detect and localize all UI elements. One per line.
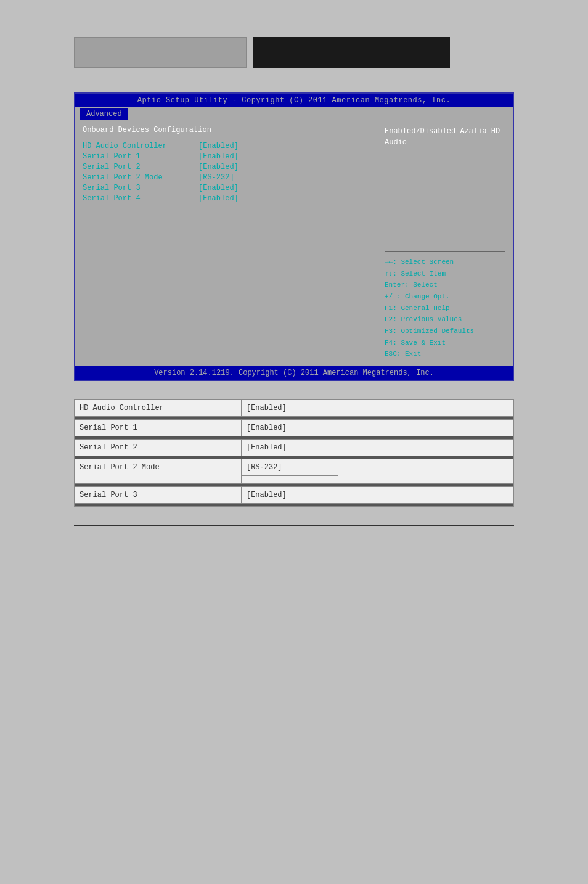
hint-select-item: ↑↓: Select Item	[385, 268, 505, 280]
bios-value-serial4: [Enabled]	[198, 194, 239, 203]
table-desc-hd-audio	[338, 400, 513, 417]
separator-5	[75, 504, 514, 507]
bios-label-hd-audio: HD Audio Controller	[83, 142, 194, 150]
header-left-box	[74, 37, 247, 68]
table-label-serial2: Serial Port 2	[75, 440, 242, 456]
table-desc-serial3	[338, 487, 513, 504]
section-title: Onboard Devices Configuration	[83, 126, 369, 134]
hint-f2-prev: F2: Previous Values	[385, 314, 505, 325]
table-row-serial1: Serial Port 1 [Enabled]	[75, 420, 514, 436]
top-header	[0, 0, 588, 80]
table-value-serial2-mode-2	[241, 476, 338, 484]
bios-label-serial4: Serial Port 4	[83, 194, 194, 203]
table-row-serial2: Serial Port 2 [Enabled]	[75, 440, 514, 456]
tab-advanced[interactable]: Advanced	[80, 108, 128, 120]
bios-item-serial1[interactable]: Serial Port 1 [Enabled]	[83, 152, 369, 161]
bios-tab-row: Advanced	[75, 107, 513, 120]
bios-item-serial3[interactable]: Serial Port 3 [Enabled]	[83, 184, 369, 192]
bios-item-hd-audio[interactable]: HD Audio Controller [Enabled]	[83, 142, 369, 150]
bios-value-serial3: [Enabled]	[198, 184, 239, 192]
bios-footer: Version 2.14.1219. Copyright (C) 2011 Am…	[75, 366, 513, 380]
table-row-serial3: Serial Port 3 [Enabled]	[75, 487, 514, 504]
hint-enter-select: Enter: Select	[385, 279, 505, 291]
table-value-serial1[interactable]: [Enabled]	[241, 420, 338, 436]
bios-item-serial2[interactable]: Serial Port 2 [Enabled]	[83, 163, 369, 171]
bios-value-serial1: [Enabled]	[198, 152, 239, 161]
bios-title-bar: Aptio Setup Utility - Copyright (C) 2011…	[75, 94, 513, 107]
bios-help-text: Enabled/Disabled Azalia HDAudio	[385, 126, 505, 246]
table-desc-serial2-mode	[338, 459, 513, 484]
bios-right-panel: Enabled/Disabled Azalia HDAudio →←: Sele…	[377, 120, 513, 366]
header-right-box	[253, 37, 450, 68]
table-value-serial2[interactable]: [Enabled]	[241, 440, 338, 456]
hint-f4-save: F4: Save & Exit	[385, 337, 505, 349]
bios-footer-text: Version 2.14.1219. Copyright (C) 2011 Am…	[154, 369, 434, 377]
table-desc-serial1	[338, 420, 513, 436]
bios-item-serial4[interactable]: Serial Port 4 [Enabled]	[83, 194, 369, 203]
table-value-hd-audio[interactable]: [Enabled]	[241, 400, 338, 417]
bios-value-serial2-mode: [RS-232]	[198, 173, 234, 182]
hint-f1-help: F1: General Help	[385, 303, 505, 314]
table-row-serial2-mode: Serial Port 2 Mode [RS-232]	[75, 459, 514, 476]
bios-label-serial1: Serial Port 1	[83, 152, 194, 161]
bios-main-content: Onboard Devices Configuration HD Audio C…	[75, 120, 513, 366]
bios-label-serial2: Serial Port 2	[83, 163, 194, 171]
hint-esc-exit: ESC: Exit	[385, 348, 505, 360]
bottom-line	[74, 525, 514, 526]
bios-divider	[385, 251, 505, 252]
table-value-serial3[interactable]: [Enabled]	[241, 487, 338, 504]
bios-setup-utility: Aptio Setup Utility - Copyright (C) 2011…	[74, 92, 514, 381]
hint-change-opt: +/-: Change Opt.	[385, 291, 505, 303]
bios-left-panel: Onboard Devices Configuration HD Audio C…	[75, 120, 377, 366]
bios-value-hd-audio: [Enabled]	[198, 142, 239, 150]
table-label-serial1: Serial Port 1	[75, 420, 242, 436]
hint-f3-defaults: F3: Optimized Defaults	[385, 325, 505, 337]
table-desc-serial2	[338, 440, 513, 456]
table-row-hd-audio: HD Audio Controller [Enabled]	[75, 400, 514, 417]
bios-title-text: Aptio Setup Utility - Copyright (C) 2011…	[137, 96, 451, 105]
bios-value-serial2: [Enabled]	[198, 163, 239, 171]
table-label-serial3: Serial Port 3	[75, 487, 242, 504]
bios-label-serial2-mode: Serial Port 2 Mode	[83, 173, 194, 182]
table-label-hd-audio: HD Audio Controller	[75, 400, 242, 417]
config-table: HD Audio Controller [Enabled] Serial Por…	[74, 399, 514, 507]
bios-nav-hints: →←: Select Screen ↑↓: Select Item Enter:…	[385, 256, 505, 360]
table-value-serial2-mode-1[interactable]: [RS-232]	[241, 459, 338, 476]
bios-item-serial2-mode[interactable]: Serial Port 2 Mode [RS-232]	[83, 173, 369, 182]
config-table-section: HD Audio Controller [Enabled] Serial Por…	[74, 399, 514, 507]
hint-select-screen: →←: Select Screen	[385, 256, 505, 268]
bios-label-serial3: Serial Port 3	[83, 184, 194, 192]
table-label-serial2-mode: Serial Port 2 Mode	[75, 459, 242, 484]
